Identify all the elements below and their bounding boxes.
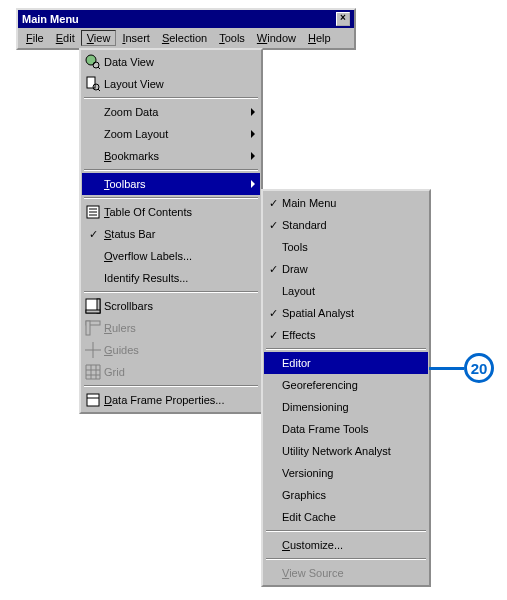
menu-item-zoom-layout[interactable]: Zoom Layout — [82, 123, 260, 145]
properties-icon — [82, 392, 104, 408]
menu-selection[interactable]: Selection — [156, 30, 213, 46]
toolbar-item-customize[interactable]: Customize... — [264, 534, 428, 556]
toolbar-item-view-source[interactable]: View Source — [264, 562, 428, 584]
check-icon: ✓ — [264, 329, 282, 342]
submenu-arrow-icon — [246, 178, 260, 190]
svg-point-0 — [86, 55, 96, 65]
toolbar-item-editor[interactable]: Editor — [264, 352, 428, 374]
callout-20: 20 — [429, 353, 494, 383]
callout-bubble: 20 — [464, 353, 494, 383]
menu-insert[interactable]: Insert — [116, 30, 156, 46]
toolbar-item-effects[interactable]: ✓Effects — [264, 324, 428, 346]
svg-rect-17 — [87, 394, 99, 406]
toolbar-item-draw[interactable]: ✓Draw — [264, 258, 428, 280]
title-bar: Main Menu × — [18, 10, 354, 28]
menu-item-toc[interactable]: Table Of Contents — [82, 201, 260, 223]
menu-separator — [84, 291, 258, 293]
menu-item-rulers[interactable]: Rulers — [82, 317, 260, 339]
menu-item-zoom-data[interactable]: Zoom Data — [82, 101, 260, 123]
toolbar-item-standard[interactable]: ✓Standard — [264, 214, 428, 236]
toolbar-item-edit-cache[interactable]: Edit Cache — [264, 506, 428, 528]
globe-magnifier-icon — [82, 54, 104, 70]
menu-separator — [266, 348, 426, 350]
menu-window[interactable]: Window — [251, 30, 302, 46]
rulers-icon — [82, 320, 104, 336]
svg-rect-12 — [86, 310, 100, 313]
menu-file[interactable]: File — [20, 30, 50, 46]
grid-icon — [82, 364, 104, 380]
page-magnifier-icon — [82, 76, 104, 92]
menu-item-toolbars[interactable]: Toolbars — [82, 173, 260, 195]
svg-line-2 — [98, 67, 100, 69]
submenu-arrow-icon — [246, 128, 260, 140]
menu-item-identify-results[interactable]: Identify Results... — [82, 267, 260, 289]
toolbar-item-dimensioning[interactable]: Dimensioning — [264, 396, 428, 418]
toolbar-item-spatial-analyst[interactable]: ✓Spatial Analyst — [264, 302, 428, 324]
menu-item-grid[interactable]: Grid — [82, 361, 260, 383]
check-icon: ✓ — [264, 219, 282, 232]
toolbar-item-georeferencing[interactable]: Georeferencing — [264, 374, 428, 396]
menu-edit[interactable]: Edit — [50, 30, 81, 46]
menu-item-scrollbars[interactable]: Scrollbars — [82, 295, 260, 317]
check-icon: ✓ — [264, 197, 282, 210]
menu-separator — [84, 97, 258, 99]
menu-separator — [84, 197, 258, 199]
toc-icon — [82, 204, 104, 220]
guides-icon — [82, 342, 104, 358]
submenu-arrow-icon — [246, 150, 260, 162]
menu-separator — [84, 385, 258, 387]
main-window: Main Menu × File Edit View Insert Select… — [16, 8, 356, 50]
check-icon: ✓ — [264, 307, 282, 320]
callout-line — [429, 367, 464, 370]
svg-rect-3 — [87, 77, 95, 88]
toolbar-item-main-menu[interactable]: ✓Main Menu — [264, 192, 428, 214]
menu-item-bookmarks[interactable]: Bookmarks — [82, 145, 260, 167]
menu-item-layout-view[interactable]: Layout View — [82, 73, 260, 95]
toolbar-item-versioning[interactable]: Versioning — [264, 462, 428, 484]
toolbar-item-data-frame-tools[interactable]: Data Frame Tools — [264, 418, 428, 440]
submenu-arrow-icon — [246, 106, 260, 118]
close-button[interactable]: × — [336, 12, 350, 26]
svg-line-5 — [98, 89, 100, 91]
menu-item-guides[interactable]: Guides — [82, 339, 260, 361]
menu-help[interactable]: Help — [302, 30, 337, 46]
check-icon: ✓ — [82, 228, 104, 241]
menu-item-data-frame-properties[interactable]: Data Frame Properties... — [82, 389, 260, 411]
menu-separator — [266, 558, 426, 560]
menu-item-overflow-labels[interactable]: Overflow Labels... — [82, 245, 260, 267]
toolbars-submenu-dropdown: ✓Main Menu ✓Standard Tools ✓Draw Layout … — [261, 189, 431, 587]
svg-rect-14 — [86, 321, 90, 335]
menu-item-status-bar[interactable]: ✓ Status Bar — [82, 223, 260, 245]
window-title: Main Menu — [22, 13, 336, 25]
menu-bar: File Edit View Insert Selection Tools Wi… — [18, 28, 354, 48]
toolbar-item-graphics[interactable]: Graphics — [264, 484, 428, 506]
toolbar-item-layout[interactable]: Layout — [264, 280, 428, 302]
scrollbars-icon — [82, 298, 104, 314]
check-icon: ✓ — [264, 263, 282, 276]
menu-item-data-view[interactable]: Data View — [82, 51, 260, 73]
menu-separator — [266, 530, 426, 532]
menu-separator — [84, 169, 258, 171]
view-menu-dropdown: Data View Layout View Zoom Data Zoom Lay… — [79, 48, 263, 414]
menu-view[interactable]: View — [81, 30, 117, 46]
toolbar-item-utility-network-analyst[interactable]: Utility Network Analyst — [264, 440, 428, 462]
toolbar-item-tools[interactable]: Tools — [264, 236, 428, 258]
menu-tools[interactable]: Tools — [213, 30, 251, 46]
